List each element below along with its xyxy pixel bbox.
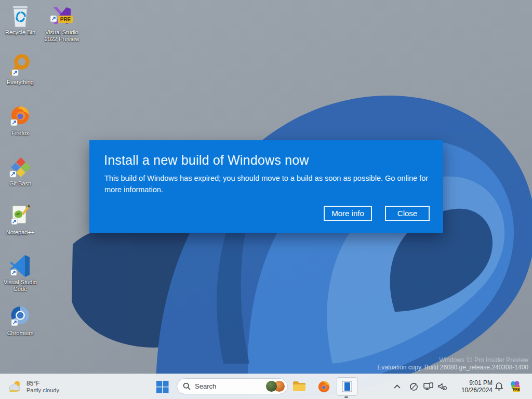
svg-text:PRE: PRE xyxy=(60,17,71,22)
notifications-button[interactable] xyxy=(495,374,503,399)
visual-studio-preview-icon: PRE xyxy=(509,380,522,393)
desktop-icon-recycle-bin[interactable]: Recycle Bin xyxy=(0,3,41,36)
start-button[interactable] xyxy=(156,374,169,399)
desktop-icon-label: Everything xyxy=(7,79,34,86)
firefox-icon xyxy=(317,380,331,394)
clock-date: 10/26/2024 xyxy=(461,387,493,394)
search-highlight-image-icon xyxy=(266,381,277,392)
notification-bell-icon xyxy=(495,382,503,391)
dialog-title: Install a new build of Windows now xyxy=(89,140,443,168)
no-internet-globe-icon xyxy=(409,382,418,391)
desktop: Recycle Bin PRE Visual Studio 2022 Previ… xyxy=(0,0,532,399)
svg-text:PRE: PRE xyxy=(513,388,520,391)
firefox-taskbar-button[interactable] xyxy=(317,374,331,399)
active-dialog-taskbar-button[interactable] xyxy=(337,377,357,396)
weather-widget[interactable]: 85°F Partly cloudy xyxy=(7,374,59,399)
windows-logo-icon xyxy=(156,380,169,393)
desktop-icon-firefox[interactable]: Firefox xyxy=(0,104,41,137)
everything-search-icon xyxy=(8,53,33,78)
file-explorer-button[interactable] xyxy=(292,374,307,399)
desktop-icon-label: Recycle Bin xyxy=(5,29,35,36)
build-expired-dialog: Install a new build of Windows now This … xyxy=(89,140,443,233)
desktop-icon-label: Git Bash xyxy=(9,180,31,187)
dialog-buttons: More info Close xyxy=(324,206,430,221)
clock-widget[interactable]: 9:01 PM 10/26/2024 xyxy=(451,374,493,399)
taskbar: 85°F Partly cloudy Search xyxy=(0,374,532,399)
chromium-icon xyxy=(8,304,33,329)
notepad-plus-plus-icon xyxy=(8,203,33,228)
recycle-bin-icon xyxy=(8,3,33,28)
partly-cloudy-icon xyxy=(7,380,23,393)
clock-time: 9:01 PM xyxy=(469,379,493,387)
dialog-window-icon xyxy=(341,381,353,392)
watermark-edition: Windows 11 Pro Insider Preview xyxy=(377,356,528,364)
phone-link-tray[interactable] xyxy=(423,374,433,399)
desktop-icon-label: Firefox xyxy=(11,130,29,137)
dialog-body-text: This build of Windows has expired; you s… xyxy=(89,168,448,196)
chevron-up-icon xyxy=(394,384,401,389)
evaluation-watermark: Windows 11 Pro Insider Preview Evaluatio… xyxy=(377,356,528,371)
running-app-indicator xyxy=(344,396,348,398)
desktop-icon-label: Visual Studio Code xyxy=(0,279,41,292)
search-box[interactable]: Search xyxy=(177,378,288,394)
desktop-icon-notepad-plus-plus[interactable]: Notepad++ xyxy=(0,203,41,236)
volume-device-tray[interactable] xyxy=(437,374,447,399)
desktop-icon-visual-studio-code[interactable]: Visual Studio Code xyxy=(0,253,41,292)
visual-studio-preview-tray[interactable]: PRE xyxy=(509,374,522,399)
firefox-icon xyxy=(8,104,33,129)
folder-icon xyxy=(292,380,307,393)
weather-temperature: 85°F xyxy=(26,380,59,387)
desktop-icon-everything[interactable]: Everything xyxy=(0,53,41,86)
desktop-icon-label: Chromium xyxy=(7,330,34,337)
desktop-icon-visual-studio-2022-preview[interactable]: PRE Visual Studio 2022 Preview xyxy=(42,3,82,43)
desktop-icon-git-bash[interactable]: Git Bash xyxy=(0,154,41,187)
close-button[interactable]: Close xyxy=(385,206,430,221)
visual-studio-2022-preview-icon: PRE xyxy=(49,3,74,28)
more-info-button[interactable]: More info xyxy=(324,206,372,221)
watermark-build: Evaluation copy. Build 26080.ge_release.… xyxy=(377,364,528,371)
speaker-gear-icon xyxy=(437,382,447,391)
monitor-phone-icon xyxy=(423,382,433,391)
network-no-internet-tray[interactable] xyxy=(409,374,418,399)
desktop-icon-label: Notepad++ xyxy=(6,229,34,236)
desktop-icon-chromium[interactable]: Chromium xyxy=(0,304,41,337)
search-icon xyxy=(183,382,191,390)
hidden-icons-chevron[interactable] xyxy=(394,374,401,399)
desktop-icon-label: Visual Studio 2022 Preview xyxy=(42,29,82,43)
search-placeholder: Search xyxy=(195,382,266,390)
git-bash-icon xyxy=(8,154,33,179)
weather-condition: Partly cloudy xyxy=(26,387,59,394)
visual-studio-code-icon xyxy=(8,253,33,278)
